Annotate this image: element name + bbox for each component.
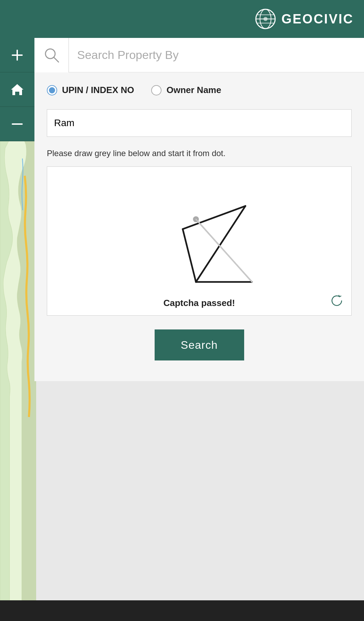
search-icon-box (34, 38, 69, 72)
plus-icon (10, 48, 25, 63)
search-type-radio-group: UPIN / INDEX NO Owner Name (47, 85, 352, 95)
search-header: Search Property By (34, 38, 364, 72)
app-header: GEOCIVIC (0, 0, 364, 38)
bottom-bar (0, 600, 364, 621)
home-button[interactable] (0, 72, 34, 107)
app-title: GEOCIVIC (281, 12, 354, 27)
minus-icon (10, 116, 25, 132)
svg-line-12 (183, 206, 246, 229)
geocivic-logo-icon (254, 8, 277, 30)
refresh-icon (329, 293, 344, 308)
captcha-drawing (54, 177, 344, 294)
home-icon (10, 82, 25, 97)
search-panel: Search Property By UPIN / INDEX NO Owner… (34, 38, 364, 381)
captcha-box[interactable]: Captcha passed! (47, 166, 352, 316)
captcha-status: Captcha passed! (163, 298, 235, 308)
captcha-instructions: Please draw grey line below and start it… (47, 147, 352, 160)
svg-point-5 (263, 17, 268, 21)
svg-line-17 (196, 219, 252, 282)
property-search-input[interactable] (47, 109, 352, 137)
search-content: UPIN / INDEX NO Owner Name Please draw g… (34, 72, 364, 381)
svg-line-16 (183, 229, 196, 282)
radio-owner-circle (151, 85, 162, 95)
radio-upin-circle (47, 85, 57, 95)
radio-owner-label: Owner Name (166, 85, 221, 95)
captcha-refresh-button[interactable] (329, 293, 344, 308)
radio-upin[interactable]: UPIN / INDEX NO (47, 85, 134, 95)
zoom-in-button[interactable] (0, 38, 34, 72)
sidebar (0, 38, 34, 141)
radio-owner[interactable]: Owner Name (151, 85, 221, 95)
search-panel-title: Search Property By (69, 48, 364, 62)
search-button[interactable]: Search (155, 329, 244, 360)
radio-upin-label: UPIN / INDEX NO (62, 85, 134, 95)
zoom-out-button[interactable] (0, 107, 34, 141)
svg-line-13 (196, 206, 246, 282)
search-icon (43, 46, 61, 64)
logo-container: GEOCIVIC (254, 8, 354, 30)
svg-line-10 (54, 57, 59, 62)
